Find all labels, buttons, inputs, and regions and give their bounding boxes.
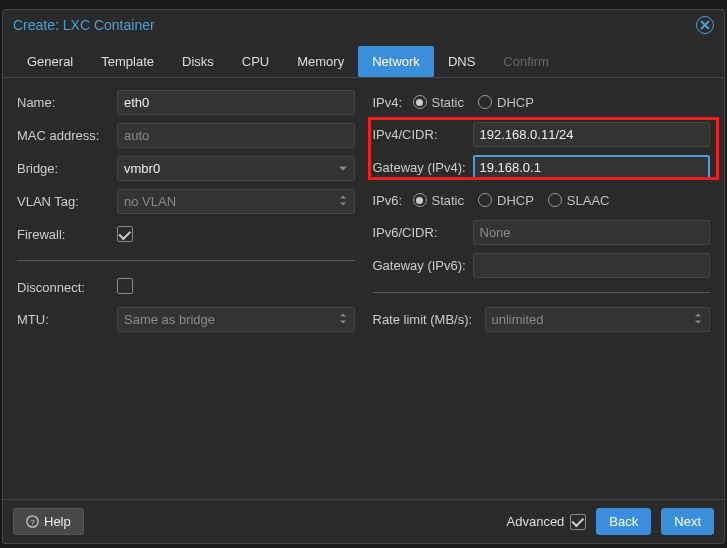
bridge-select[interactable]: vmbr0: [117, 156, 355, 181]
tab-confirm: Confirm: [489, 46, 563, 77]
advanced-checkbox[interactable]: [570, 514, 586, 530]
right-column: IPv4: Static DHCP IPv4/CIDR: Gateway (IP…: [373, 90, 711, 487]
tab-memory[interactable]: Memory: [283, 46, 358, 77]
mtu-input[interactable]: Same as bridge: [117, 307, 355, 332]
mac-label: MAC address:: [17, 128, 117, 143]
spinner-icon: [338, 311, 348, 328]
window-title: Create: LXC Container: [13, 17, 155, 33]
footer: ? Help Advanced Back Next: [3, 499, 724, 543]
tab-cpu[interactable]: CPU: [228, 46, 283, 77]
disconnect-label: Disconnect:: [17, 280, 117, 295]
tab-disks[interactable]: Disks: [168, 46, 228, 77]
mtu-label: MTU:: [17, 312, 117, 327]
divider: [373, 292, 711, 293]
create-lxc-modal: Create: LXC Container General Template D…: [2, 9, 725, 544]
chevron-down-icon: [338, 161, 348, 176]
ipv4-gw-input[interactable]: [473, 155, 711, 180]
help-icon: ?: [26, 515, 39, 528]
advanced-toggle[interactable]: Advanced: [507, 514, 587, 530]
help-button[interactable]: ? Help: [13, 508, 84, 535]
close-icon[interactable]: [696, 16, 714, 34]
name-label: Name:: [17, 95, 117, 110]
svg-text:?: ?: [30, 518, 35, 527]
spinner-icon: [693, 311, 703, 328]
divider: [17, 260, 355, 261]
ipv4-cidr-input[interactable]: [473, 122, 711, 147]
back-button[interactable]: Back: [596, 508, 651, 535]
ipv4-static-radio[interactable]: Static: [413, 95, 465, 110]
ipv4-dhcp-radio[interactable]: DHCP: [478, 95, 534, 110]
ipv4-label: IPv4:: [373, 95, 413, 110]
spinner-icon: [338, 193, 348, 210]
ipv6-static-radio[interactable]: Static: [413, 193, 465, 208]
vlan-input[interactable]: no VLAN: [117, 189, 355, 214]
rate-label: Rate limit (MB/s):: [373, 312, 485, 327]
ipv6-gw-input[interactable]: [473, 253, 711, 278]
name-input[interactable]: [117, 90, 355, 115]
firewall-checkbox[interactable]: [117, 226, 133, 242]
wizard-tabs: General Template Disks CPU Memory Networ…: [3, 40, 724, 78]
tab-template[interactable]: Template: [87, 46, 168, 77]
mac-input[interactable]: [117, 123, 355, 148]
disconnect-checkbox[interactable]: [117, 278, 133, 294]
ipv6-gw-label: Gateway (IPv6):: [373, 258, 473, 273]
form-body: Name: MAC address: Bridge: vmbr0 VLAN Ta…: [3, 78, 724, 499]
tab-general[interactable]: General: [13, 46, 87, 77]
tab-network[interactable]: Network: [358, 46, 434, 77]
left-column: Name: MAC address: Bridge: vmbr0 VLAN Ta…: [17, 90, 355, 487]
ipv6-label: IPv6:: [373, 193, 413, 208]
ipv6-cidr-label: IPv6/CIDR:: [373, 225, 473, 240]
next-button[interactable]: Next: [661, 508, 714, 535]
ipv6-dhcp-radio[interactable]: DHCP: [478, 193, 534, 208]
ipv4-cidr-label: IPv4/CIDR:: [373, 127, 473, 142]
firewall-label: Firewall:: [17, 227, 117, 242]
titlebar: Create: LXC Container: [3, 10, 724, 40]
vlan-label: VLAN Tag:: [17, 194, 117, 209]
bridge-label: Bridge:: [17, 161, 117, 176]
ipv6-slaac-radio[interactable]: SLAAC: [548, 193, 610, 208]
tab-dns[interactable]: DNS: [434, 46, 489, 77]
rate-input[interactable]: unlimited: [485, 307, 711, 332]
ipv4-gw-label: Gateway (IPv4):: [373, 160, 473, 175]
ipv6-cidr-input[interactable]: [473, 220, 711, 245]
